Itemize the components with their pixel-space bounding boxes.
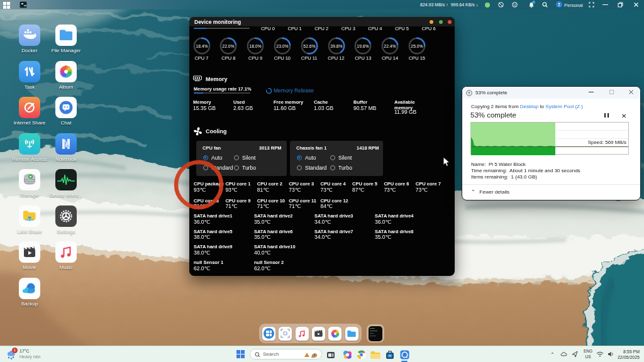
svg-text:25.0%: 25.0% bbox=[411, 43, 423, 48]
svg-text:39.8%: 39.8% bbox=[330, 43, 342, 48]
svg-text:18.4%: 18.4% bbox=[196, 43, 208, 48]
svg-text:18.0%: 18.0% bbox=[249, 43, 261, 48]
svg-text:19.6%: 19.6% bbox=[357, 43, 369, 48]
svg-text:22.0%: 22.0% bbox=[223, 43, 235, 48]
svg-text:23.0%: 23.0% bbox=[276, 43, 288, 48]
svg-text:22.4%: 22.4% bbox=[384, 43, 396, 48]
svg-text:52.6%: 52.6% bbox=[303, 43, 315, 48]
